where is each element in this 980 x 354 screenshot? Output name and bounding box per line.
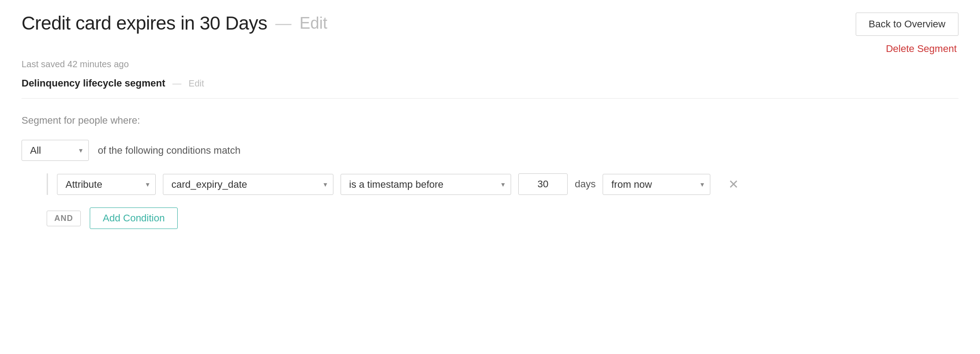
segment-type-row: Delinquency lifecycle segment — Edit	[22, 78, 958, 89]
operator-select[interactable]: is a timestamp before is a timestamp aft…	[341, 174, 511, 195]
attribute-type-select[interactable]: Attribute Event	[57, 174, 156, 195]
attribute-type-wrapper: Attribute Event ▾	[57, 174, 156, 195]
match-suffix-label: of the following conditions match	[98, 145, 241, 156]
page-container: Credit card expires in 30 Days — Edit Ba…	[0, 0, 980, 247]
segment-for-label: Segment for people where:	[22, 115, 958, 126]
section-divider	[22, 98, 958, 99]
last-saved-label: Last saved 42 minutes ago	[22, 59, 958, 69]
header-row: Credit card expires in 30 Days — Edit Ba…	[22, 13, 958, 55]
conditions-area: All Any ▾ of the following conditions ma…	[22, 140, 958, 229]
remove-condition-button[interactable]: ✕	[723, 175, 744, 194]
back-to-overview-button[interactable]: Back to Overview	[856, 13, 958, 36]
attribute-value-select[interactable]: card_expiry_date	[163, 174, 333, 195]
add-condition-row: AND Add Condition	[22, 207, 958, 229]
title-separator: —	[276, 14, 292, 33]
title-edit-link[interactable]: Edit	[300, 14, 328, 33]
segment-type-label: Delinquency lifecycle segment	[22, 78, 165, 89]
from-now-wrapper: from now ago ▾	[603, 174, 710, 195]
condition-left-border: Attribute Event ▾ card_expiry_date ▾ is …	[47, 173, 744, 195]
attribute-value-wrapper: card_expiry_date ▾	[163, 174, 333, 195]
header-actions: Back to Overview Delete Segment	[856, 13, 958, 55]
title-area: Credit card expires in 30 Days — Edit	[22, 13, 328, 34]
and-badge: AND	[47, 211, 81, 226]
days-label: days	[575, 178, 595, 190]
delete-segment-link[interactable]: Delete Segment	[886, 43, 958, 55]
page-title: Credit card expires in 30 Days	[22, 13, 267, 34]
match-select-wrapper: All Any ▾	[22, 140, 89, 161]
segment-type-separator: —	[172, 78, 181, 89]
from-now-select[interactable]: from now ago	[603, 174, 710, 195]
match-row: All Any ▾ of the following conditions ma…	[22, 140, 958, 161]
match-select[interactable]: All Any	[22, 140, 89, 161]
operator-wrapper: is a timestamp before is a timestamp aft…	[341, 174, 511, 195]
add-condition-button[interactable]: Add Condition	[90, 207, 178, 229]
condition-row: Attribute Event ▾ card_expiry_date ▾ is …	[22, 173, 958, 195]
segment-type-edit[interactable]: Edit	[188, 78, 204, 89]
days-input[interactable]	[518, 173, 568, 195]
